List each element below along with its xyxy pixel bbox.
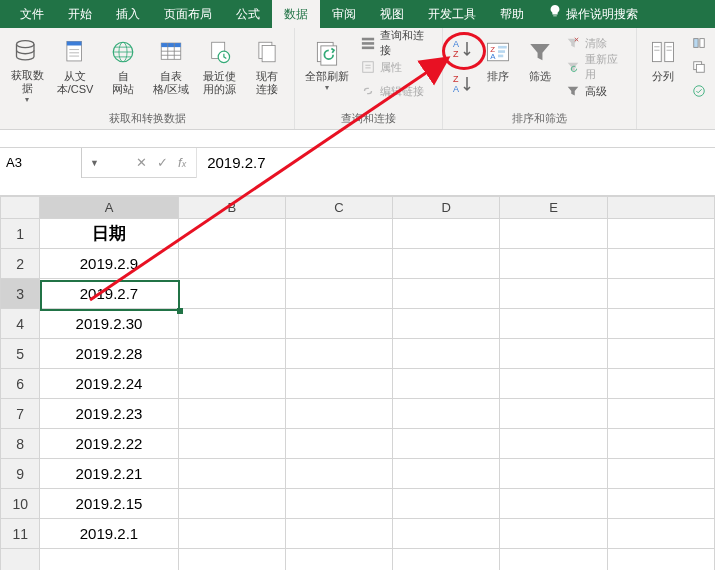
cell[interactable] — [285, 369, 392, 399]
cell[interactable] — [500, 339, 607, 369]
tab-home[interactable]: 开始 — [56, 0, 104, 28]
cell[interactable] — [178, 309, 285, 339]
row-header[interactable]: 8 — [1, 429, 40, 459]
name-box[interactable] — [0, 148, 82, 178]
formula-input[interactable] — [197, 148, 715, 178]
cell[interactable] — [607, 339, 714, 369]
sort-button[interactable]: ZA 排序 — [479, 32, 518, 104]
cell[interactable] — [40, 549, 178, 571]
tab-file[interactable]: 文件 — [8, 0, 56, 28]
cell[interactable] — [607, 459, 714, 489]
row-header[interactable]: 7 — [1, 399, 40, 429]
cell[interactable] — [285, 279, 392, 309]
cell[interactable] — [178, 279, 285, 309]
cell[interactable] — [500, 489, 607, 519]
cell[interactable]: 2019.2.21 — [40, 459, 178, 489]
cell[interactable] — [607, 309, 714, 339]
cell[interactable] — [285, 309, 392, 339]
cell[interactable] — [607, 219, 714, 249]
formula-bar[interactable] — [196, 148, 715, 178]
cell[interactable]: 2019.2.28 — [40, 339, 178, 369]
cancel-formula-button[interactable]: ✕ — [136, 155, 147, 170]
cell[interactable] — [500, 309, 607, 339]
cell[interactable] — [178, 399, 285, 429]
cell[interactable] — [500, 429, 607, 459]
cell[interactable] — [178, 489, 285, 519]
cell[interactable] — [178, 429, 285, 459]
cell[interactable] — [285, 459, 392, 489]
tab-help[interactable]: 帮助 — [488, 0, 536, 28]
from-csv-button[interactable]: 从文 本/CSV — [52, 32, 98, 104]
cell[interactable] — [607, 399, 714, 429]
cell[interactable] — [607, 519, 714, 549]
flash-fill-button[interactable] — [687, 32, 711, 54]
row-header[interactable]: 11 — [1, 519, 40, 549]
cell[interactable] — [607, 429, 714, 459]
cell[interactable] — [285, 249, 392, 279]
select-all-corner[interactable] — [1, 197, 40, 219]
sort-za-button[interactable]: ZA — [447, 67, 477, 101]
cell[interactable] — [285, 489, 392, 519]
cell-selected[interactable]: 2019.2.7 — [40, 279, 178, 309]
data-validation-button[interactable] — [687, 80, 711, 102]
tab-developer[interactable]: 开发工具 — [416, 0, 488, 28]
col-header-F[interactable] — [607, 197, 714, 219]
cell[interactable] — [393, 279, 500, 309]
existing-connections-button[interactable]: 现有 连接 — [244, 32, 290, 104]
from-table-button[interactable]: 自表 格/区域 — [148, 32, 194, 104]
cell[interactable] — [178, 249, 285, 279]
tab-review[interactable]: 审阅 — [320, 0, 368, 28]
spreadsheet-grid[interactable]: A B C D E 1日期 22019.2.9 32019.2.7 42019.… — [0, 196, 715, 570]
cell[interactable]: 日期 — [40, 219, 178, 249]
tab-data[interactable]: 数据 — [272, 0, 320, 28]
cell[interactable] — [393, 399, 500, 429]
row-header[interactable]: 2 — [1, 249, 40, 279]
properties-button[interactable]: 属性 — [356, 56, 438, 78]
cell[interactable] — [393, 489, 500, 519]
cell[interactable] — [285, 549, 392, 571]
tab-insert[interactable]: 插入 — [104, 0, 152, 28]
cell[interactable] — [393, 549, 500, 571]
cell[interactable] — [178, 519, 285, 549]
refresh-all-button[interactable]: 全部刷新 ▾ — [299, 32, 354, 104]
clear-filter-button[interactable]: 清除 — [561, 32, 632, 54]
text-to-columns-button[interactable]: 分列 — [641, 32, 685, 104]
sort-az-button[interactable]: AZ — [447, 32, 477, 66]
recent-sources-button[interactable]: 最近使 用的源 — [196, 32, 242, 104]
cell[interactable] — [393, 249, 500, 279]
reapply-button[interactable]: 重新应用 — [561, 56, 632, 78]
cell[interactable] — [393, 339, 500, 369]
cell[interactable] — [607, 249, 714, 279]
cell[interactable]: 2019.2.22 — [40, 429, 178, 459]
row-header[interactable]: 1 — [1, 219, 40, 249]
row-header[interactable]: 4 — [1, 309, 40, 339]
tab-view[interactable]: 视图 — [368, 0, 416, 28]
cell[interactable] — [393, 219, 500, 249]
cell[interactable] — [607, 549, 714, 571]
cell[interactable] — [393, 309, 500, 339]
col-header-C[interactable]: C — [285, 197, 392, 219]
cell[interactable] — [500, 459, 607, 489]
edit-links-button[interactable]: 编辑链接 — [356, 80, 438, 102]
queries-connections-button[interactable]: 查询和连接 — [356, 32, 438, 54]
row-header[interactable]: 3 — [1, 279, 40, 309]
cell[interactable] — [178, 459, 285, 489]
cell[interactable] — [500, 549, 607, 571]
cell[interactable] — [285, 429, 392, 459]
cell[interactable] — [285, 519, 392, 549]
cell[interactable] — [393, 429, 500, 459]
tab-page-layout[interactable]: 页面布局 — [152, 0, 224, 28]
row-header[interactable]: 6 — [1, 369, 40, 399]
cell[interactable] — [393, 369, 500, 399]
cell[interactable] — [178, 549, 285, 571]
cell[interactable]: 2019.2.23 — [40, 399, 178, 429]
cell[interactable] — [285, 339, 392, 369]
cell[interactable] — [178, 339, 285, 369]
col-header-E[interactable]: E — [500, 197, 607, 219]
cell[interactable]: 2019.2.15 — [40, 489, 178, 519]
cell[interactable] — [500, 399, 607, 429]
cell[interactable]: 2019.2.1 — [40, 519, 178, 549]
fx-button[interactable]: fx — [178, 155, 186, 170]
tab-tell-me[interactable]: 操作说明搜索 — [536, 0, 650, 28]
cell[interactable] — [178, 219, 285, 249]
